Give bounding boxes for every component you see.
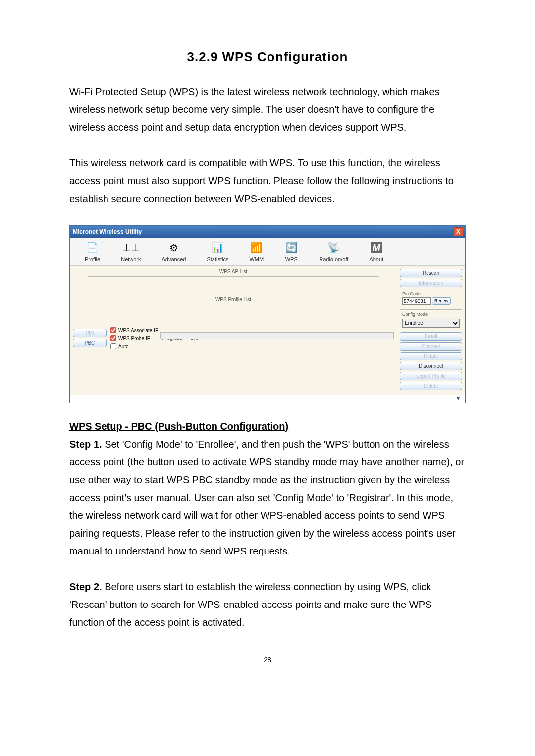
ap-list-label: WPS AP List [73,269,394,274]
step-1-text: Set 'Config Mode' to 'Enrollee', and the… [69,439,464,556]
advanced-icon: ⚙ [167,241,181,254]
tab-statistics[interactable]: 📊 Statistics [207,241,228,262]
step-2-paragraph: Step 2. Before users start to establish … [69,578,466,631]
wps-icon: 🔄 [284,241,298,254]
subheading-pbc: WPS Setup - PBC (Push-Button Configurati… [69,421,466,432]
wps-probe-checkbox[interactable]: WPS Probe IE [110,335,159,341]
rotate-button[interactable]: Rotate [400,352,462,360]
tab-wmm[interactable]: 📶 WMM [249,241,264,262]
main-panel: WPS AP List WPS Profile List PIN PBC WPS… [70,266,465,395]
tab-network-label: Network [121,256,141,262]
section-heading: 3.2.9 WPS Configuration [69,50,466,65]
about-icon: M [370,241,383,254]
config-mode-label: Config Mode [402,312,460,317]
step-1-paragraph: Step 1. Set 'Config Mode' to 'Enrollee',… [69,435,466,560]
disconnect-button[interactable]: Disconnect [400,362,462,370]
step-2-label: Step 2. [69,581,102,592]
network-icon: ⊥⊥ [124,241,138,254]
connect-button[interactable]: Connect [400,342,462,351]
tab-statistics-label: Statistics [207,256,228,262]
page-number: 28 [69,656,466,664]
collapse-arrow-icon[interactable]: ▼ [70,395,465,403]
tab-about[interactable]: M About [369,241,383,262]
pbc-button[interactable]: PBC [73,339,107,347]
wmm-icon: 📶 [250,241,264,254]
rescan-button[interactable]: Rescan [400,269,462,277]
paragraph-1: Wi-Fi Protected Setup (WPS) is the lates… [69,83,466,136]
step-1-label: Step 1. [69,439,102,450]
step-2-text: Before users start to establish the wire… [69,581,431,628]
wps-associate-label: WPS Associate IE [118,328,159,333]
tab-advanced-label: Advanced [162,256,186,262]
tab-wmm-label: WMM [249,256,264,262]
pin-code-group: Pin Code Renew [400,289,462,307]
radio-icon: 📡 [327,241,341,254]
auto-label: Auto [118,344,129,349]
utility-screenshot: Micronet Wireless Utility X 📄 Profile ⊥⊥… [69,225,466,403]
tab-wps[interactable]: 🔄 WPS [284,241,298,262]
window-titlebar: Micronet Wireless Utility X [70,226,465,238]
delete-button[interactable]: Delete [400,382,462,390]
wps-probe-label: WPS Probe IE [118,336,150,341]
pin-code-label: Pin Code [402,291,460,296]
tab-profile[interactable]: 📄 Profile [85,241,100,262]
tab-profile-label: Profile [85,256,100,262]
auto-checkbox[interactable]: Auto [110,343,159,349]
statistics-icon: 📊 [211,241,224,254]
tab-wps-label: WPS [285,256,298,262]
detail-button[interactable]: Detail [400,332,462,341]
config-mode-select[interactable]: Enrollee [402,319,460,328]
pin-code-input[interactable] [402,297,431,305]
export-profile-button[interactable]: Export Profile [400,372,462,380]
wps-associate-checkbox[interactable]: WPS Associate IE [110,327,159,333]
profile-icon: 📄 [86,241,100,254]
tab-network[interactable]: ⊥⊥ Network [121,241,141,262]
tab-radio[interactable]: 📡 Radio on/off [319,241,348,262]
window-title: Micronet Wireless Utility [73,228,142,235]
tab-radio-label: Radio on/off [319,256,348,262]
right-panel: Rescan Information Pin Code Renew Config… [398,269,462,392]
tab-about-label: About [369,256,383,262]
left-panel: WPS AP List WPS Profile List PIN PBC WPS… [73,269,398,392]
information-button[interactable]: Information [400,279,462,287]
main-toolbar: 📄 Profile ⊥⊥ Network ⚙ Advanced 📊 Statis… [70,238,465,266]
renew-button[interactable]: Renew [432,297,451,305]
paragraph-2: This wireless network card is compatible… [69,154,466,207]
close-button[interactable]: X [453,227,463,236]
profile-list-label: WPS Profile List [73,297,394,302]
progress-bar [160,332,394,339]
tab-advanced[interactable]: ⚙ Advanced [162,241,186,262]
config-mode-group: Config Mode Enrollee [400,309,462,330]
pin-button[interactable]: PIN [73,329,107,337]
